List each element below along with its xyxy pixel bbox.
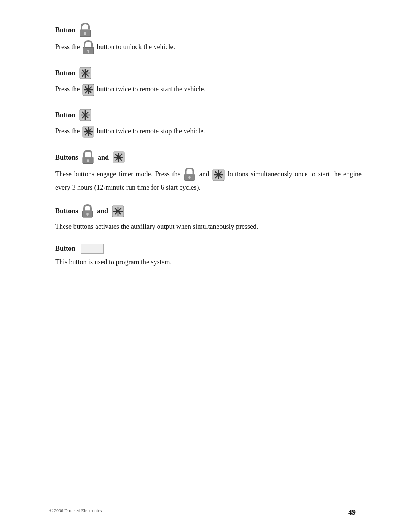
program-button-icon <box>81 244 104 254</box>
heading-label-unlock: Button <box>55 26 75 34</box>
heading-remote-stop: Button <box>55 108 362 122</box>
body-aux: These buttons activates the auxiliary ou… <box>55 221 362 232</box>
heading-timer: Buttons and <box>55 150 362 165</box>
svg-rect-2 <box>84 33 86 35</box>
heading-label-remote-start: Button <box>55 69 75 77</box>
body-unlock: Press the button to unlock the vehicle. <box>55 40 362 55</box>
heading-remote-start: Button <box>55 66 362 80</box>
heading-and-aux: and <box>97 207 108 215</box>
snowflake-icon-heading-timer <box>112 150 126 164</box>
section-remote-stop: Button Press the <box>55 108 362 139</box>
section-unlock: Button Press the <box>55 23 362 55</box>
snowflake-icon-heading-aux <box>111 204 125 218</box>
heading-label-aux: Buttons <box>55 207 78 215</box>
svg-rect-5 <box>88 51 89 53</box>
svg-rect-50 <box>87 214 88 216</box>
section-aux: Buttons and <box>55 204 362 232</box>
section-remote-start: Button Press the <box>55 66 362 97</box>
heading-label-remote-stop: Button <box>55 111 75 119</box>
heading-and-timer: and <box>98 153 109 161</box>
heading-label-program: Button <box>55 244 75 252</box>
svg-point-17 <box>88 89 89 91</box>
unlock-icon-heading <box>78 23 92 37</box>
body-remote-stop: Press the button twice to remote stop th… <box>55 125 362 139</box>
svg-point-23 <box>84 114 86 116</box>
snowflake-icon-body-timer <box>212 168 225 182</box>
body-program: This button is used to program the syste… <box>55 257 362 268</box>
heading-program: Button <box>55 244 362 254</box>
page-number: 49 <box>348 508 356 517</box>
snowflake-icon-heading-start <box>78 66 92 80</box>
heading-label-timer: Buttons <box>55 153 78 161</box>
svg-rect-32 <box>87 160 89 162</box>
unlock-icon-body <box>81 40 95 55</box>
body-remote-start: Press the button twice to remote start t… <box>55 83 362 97</box>
section-timer: Buttons and <box>55 150 362 193</box>
lock-icon-heading-aux <box>81 204 94 218</box>
svg-point-47 <box>218 174 220 176</box>
body-timer: These buttons engage timer mode. Press t… <box>55 168 362 193</box>
snowflake-icon-body-start <box>81 83 95 97</box>
page: Button Press the <box>0 0 411 532</box>
copyright: © 2006 Directed Electronics <box>49 508 102 517</box>
svg-point-38 <box>118 157 120 158</box>
svg-point-56 <box>117 210 119 212</box>
snowflake-icon-heading-stop <box>78 108 92 122</box>
section-program: Button This button is used to program th… <box>55 244 362 268</box>
heading-unlock: Button <box>55 23 362 37</box>
heading-aux: Buttons and <box>55 204 362 218</box>
svg-point-11 <box>84 72 86 74</box>
footer: © 2006 Directed Electronics 49 <box>0 508 411 517</box>
svg-point-29 <box>88 131 89 133</box>
unlock-icon-heading-timer <box>81 150 95 165</box>
snowflake-icon-body-stop <box>81 125 95 139</box>
unlock-icon-body-timer <box>183 168 197 182</box>
svg-rect-41 <box>189 177 190 179</box>
